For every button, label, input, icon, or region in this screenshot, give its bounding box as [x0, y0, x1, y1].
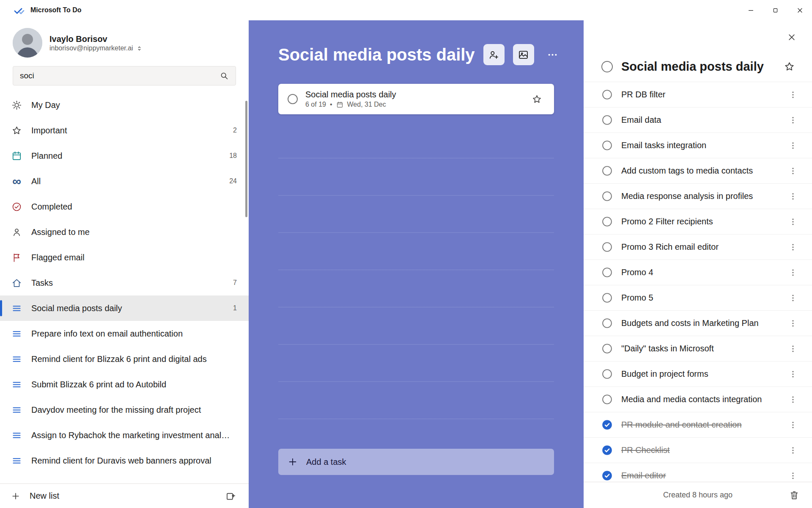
- sidebar-list-item[interactable]: Prepare info text on email authenticatio…: [0, 321, 249, 346]
- step-checkbox[interactable]: [601, 140, 613, 151]
- search-icon[interactable]: [219, 71, 229, 80]
- step-row[interactable]: Add custom tags to media contacts: [584, 158, 812, 183]
- maximize-button[interactable]: [763, 0, 787, 20]
- task-item[interactable]: Social media posts daily 6 of 19 • Wed, …: [278, 84, 554, 114]
- more-options-button[interactable]: [544, 44, 561, 65]
- smart-lists: My Day Important 2 Planned 18 ∞: [0, 92, 249, 295]
- sidebar-item-important[interactable]: Important 2: [0, 118, 249, 143]
- step-checkbox[interactable]: [601, 190, 613, 202]
- step-label: Promo 2 Filter recipients: [621, 217, 786, 226]
- share-button[interactable]: [483, 44, 505, 65]
- step-row[interactable]: Promo 2 Filter recipients: [584, 209, 812, 234]
- task-checkbox[interactable]: [288, 94, 298, 104]
- star-icon: [11, 125, 22, 136]
- step-menu-button[interactable]: [786, 467, 800, 482]
- step-menu-button[interactable]: [786, 391, 800, 409]
- step-checkbox[interactable]: [601, 343, 613, 354]
- step-menu-button[interactable]: [786, 111, 800, 129]
- step-row[interactable]: Promo 5: [584, 285, 812, 310]
- sidebar-item-flagged-email[interactable]: Flagged email: [0, 245, 249, 270]
- sidebar-item-planned[interactable]: Planned 18: [0, 143, 249, 168]
- step-checkbox[interactable]: [601, 419, 613, 431]
- step-menu-button[interactable]: [786, 442, 800, 459]
- create-group-button[interactable]: [224, 489, 238, 503]
- step-menu-button[interactable]: [786, 289, 800, 307]
- step-checkbox[interactable]: [601, 114, 613, 126]
- home-icon: [11, 277, 22, 288]
- step-row[interactable]: PR module and contact creation: [584, 412, 812, 437]
- star-task-button[interactable]: [529, 91, 545, 107]
- step-row[interactable]: Email tasks integration: [584, 133, 812, 158]
- theme-picker-button[interactable]: [513, 44, 534, 65]
- delete-task-button[interactable]: [787, 489, 801, 502]
- sidebar-list-item[interactable]: Remind client for Blizzak 6 print and di…: [0, 346, 249, 372]
- step-row[interactable]: PR Checklist: [584, 437, 812, 463]
- search-box[interactable]: [13, 66, 236, 86]
- sidebar-list-item[interactable]: Davydov meeting for the missing draft pr…: [0, 397, 249, 422]
- sidebar-item-label: Tasks: [31, 278, 228, 288]
- step-menu-button[interactable]: [786, 238, 800, 256]
- step-checkbox[interactable]: [601, 267, 613, 278]
- main-header: Social media posts daily: [278, 44, 554, 65]
- sidebar-item-assigned-to-me[interactable]: Assigned to me: [0, 219, 249, 245]
- sidebar-scrollbar[interactable]: [245, 101, 247, 217]
- sidebar-list-item[interactable]: Assign to Rybachok the marketing investm…: [0, 422, 249, 448]
- step-checkbox[interactable]: [601, 89, 613, 100]
- task-checkbox[interactable]: [601, 61, 613, 72]
- step-row[interactable]: "Daily" tasks in Microsoft: [584, 336, 812, 361]
- step-row[interactable]: Promo 4: [584, 260, 812, 285]
- sidebar-list-item[interactable]: Remind client for Duravis web banners ap…: [0, 448, 249, 473]
- sidebar-list-item[interactable]: Submit Blizzak 6 print ad to Autobild: [0, 372, 249, 397]
- sidebar-list-label: Submit Blizzak 6 print ad to Autobild: [31, 380, 232, 389]
- step-checkbox[interactable]: [601, 368, 613, 380]
- step-row[interactable]: Budget in project forms: [584, 361, 812, 387]
- step-menu-button[interactable]: [786, 213, 800, 231]
- step-checkbox[interactable]: [601, 318, 613, 329]
- step-label: Budgets and costs in Marketing Plan: [621, 318, 786, 328]
- step-checkbox[interactable]: [601, 444, 613, 456]
- step-menu-button[interactable]: [786, 365, 800, 383]
- step-row[interactable]: Budgets and costs in Marketing Plan: [584, 310, 812, 336]
- kebab-icon: [788, 370, 798, 379]
- sidebar-item-completed[interactable]: Completed: [0, 194, 249, 219]
- account-menu[interactable]: Ivaylo Borisov inborisov@nippymarketer.a…: [0, 20, 249, 63]
- close-window-button[interactable]: [787, 0, 812, 20]
- sidebar-list-item[interactable]: Social media posts daily 1: [0, 295, 249, 321]
- step-label: PR DB filter: [621, 90, 786, 99]
- app-window: Microsoft To Do Ivaylo Borisov inborisov…: [0, 0, 812, 508]
- add-task-button[interactable]: Add a task: [278, 449, 554, 475]
- step-menu-button[interactable]: [786, 416, 800, 434]
- step-row[interactable]: Media and media contacts integration: [584, 387, 812, 412]
- step-menu-button[interactable]: [786, 315, 800, 332]
- search-input[interactable]: [20, 71, 219, 80]
- step-label: Media response analysis in profiles: [621, 191, 786, 201]
- step-checkbox[interactable]: [601, 394, 613, 405]
- step-menu-button[interactable]: [786, 340, 800, 358]
- sidebar-item-my-day[interactable]: My Day: [0, 92, 249, 118]
- step-menu-button[interactable]: [786, 264, 800, 282]
- step-row[interactable]: Promo 3 Rich email editor: [584, 234, 812, 260]
- close-detail-button[interactable]: [784, 30, 799, 45]
- step-row[interactable]: Media response analysis in profiles: [584, 183, 812, 209]
- sidebar-item-all[interactable]: ∞ All 24: [0, 168, 249, 194]
- step-row[interactable]: PR DB filter: [584, 82, 812, 107]
- step-checkbox[interactable]: [601, 216, 613, 227]
- step-checkbox[interactable]: [601, 292, 613, 304]
- step-checkbox[interactable]: [601, 241, 613, 253]
- step-row[interactable]: Email data: [584, 107, 812, 133]
- step-menu-button[interactable]: [786, 86, 800, 104]
- step-menu-button[interactable]: [786, 188, 800, 205]
- step-row[interactable]: Email editor: [584, 463, 812, 482]
- kebab-icon: [788, 217, 798, 226]
- step-checkbox[interactable]: [601, 165, 613, 177]
- avatar[interactable]: [13, 28, 42, 58]
- kebab-icon: [788, 319, 798, 328]
- star-task-button[interactable]: [781, 58, 798, 75]
- kebab-icon: [788, 268, 798, 277]
- minimize-button[interactable]: [738, 0, 763, 20]
- step-checkbox[interactable]: [601, 470, 613, 481]
- new-list-button[interactable]: New list: [11, 491, 59, 501]
- step-menu-button[interactable]: [786, 162, 800, 180]
- sidebar-item-tasks[interactable]: Tasks 7: [0, 270, 249, 295]
- step-menu-button[interactable]: [786, 137, 800, 155]
